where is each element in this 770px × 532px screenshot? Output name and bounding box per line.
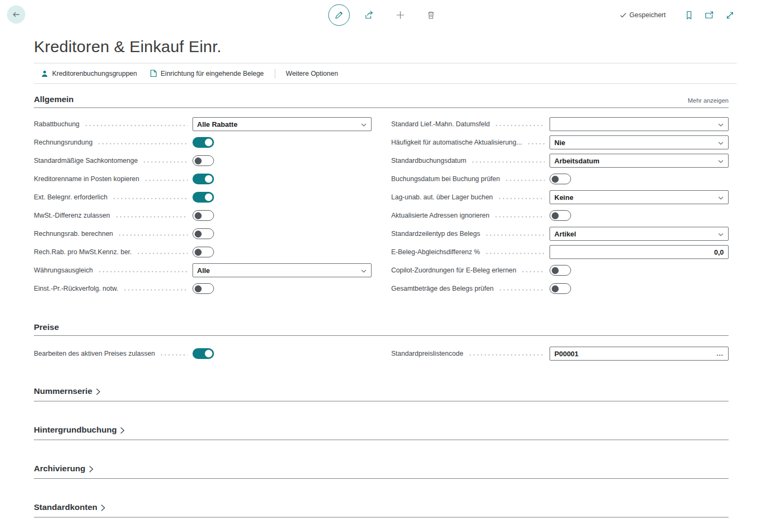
toggle-off[interactable] bbox=[550, 283, 571, 294]
section-title: Allgemein bbox=[34, 95, 74, 104]
field-label: Rabattbuchung bbox=[34, 120, 80, 128]
select-field[interactable]: Artikel bbox=[550, 227, 729, 241]
field-label: Währungsausgleich bbox=[34, 267, 93, 274]
dotted-leader bbox=[494, 216, 545, 218]
preise-left-column: Bearbeiten des aktiven Preises zulassen bbox=[34, 344, 372, 363]
section-allgemein-header: Allgemein Mehr anzeigen bbox=[34, 95, 729, 108]
new-button[interactable] bbox=[390, 4, 411, 26]
field-label: Buchungsdatum bei Buchung prüfen bbox=[391, 175, 500, 183]
section-title: Preise bbox=[34, 322, 59, 332]
dotted-leader bbox=[98, 271, 188, 272]
toggle-off[interactable] bbox=[550, 210, 571, 221]
toggle-on[interactable] bbox=[192, 192, 214, 203]
dotted-leader bbox=[160, 354, 187, 356]
select-field[interactable] bbox=[550, 117, 729, 131]
collapsed-section-header[interactable]: Hintergrundbuchung bbox=[34, 425, 729, 435]
chevron-right-icon bbox=[96, 388, 101, 396]
toggle-off[interactable] bbox=[192, 155, 214, 166]
select-value: Nie bbox=[554, 139, 565, 147]
select-value: Arbeitsdatum bbox=[554, 157, 600, 165]
field-control: Artikel bbox=[550, 227, 729, 241]
field-control bbox=[192, 228, 372, 239]
field-row: Rechnungsrundung bbox=[34, 133, 372, 152]
dotted-leader bbox=[498, 289, 545, 291]
dotted-leader bbox=[527, 143, 545, 145]
section-preise-header: Preise bbox=[34, 322, 729, 336]
section-allgemein: Allgemein Mehr anzeigen RabattbuchungAll… bbox=[34, 95, 729, 298]
section-title: Archivierung bbox=[34, 464, 85, 473]
right-toolbar: Gespeichert bbox=[619, 4, 736, 26]
section-title: Nummernserie bbox=[34, 386, 92, 396]
toggle-on[interactable] bbox=[192, 348, 214, 359]
field-label: Rech.Rab. pro MwSt.Kennz. ber. bbox=[34, 248, 132, 256]
collapsed-section-header[interactable]: Standardkonten bbox=[34, 502, 729, 512]
collapsed-section-header[interactable]: Archivierung bbox=[34, 464, 729, 473]
toggle-off[interactable] bbox=[192, 283, 214, 294]
select-field[interactable]: Alle Rabatte bbox=[192, 117, 372, 131]
number-value: 0,0 bbox=[714, 248, 724, 256]
menu-divider bbox=[275, 69, 275, 78]
toggle-knob bbox=[552, 285, 559, 292]
number-input[interactable]: 0,0 bbox=[550, 245, 729, 259]
dotted-leader bbox=[485, 234, 545, 236]
field-label: Standardmäßige Sachkontomenge bbox=[34, 157, 138, 164]
allgemein-left-column: RabattbuchungAlle RabatteRechnungsrundun… bbox=[34, 115, 372, 298]
bookmark-button[interactable] bbox=[683, 9, 695, 21]
field-row: Kreditorenname in Posten kopieren bbox=[34, 170, 372, 188]
toggle-knob bbox=[205, 139, 212, 146]
field-control bbox=[192, 247, 372, 257]
assist-edit-input[interactable]: P00001… bbox=[550, 347, 729, 361]
field-row: Lag-unab. aut. über Lager buchenKeine bbox=[391, 188, 729, 206]
field-row: Buchungsdatum bei Buchung prüfen bbox=[391, 170, 729, 188]
top-action-bar: Gespeichert bbox=[0, 0, 770, 30]
section-title: Hintergrundbuchung bbox=[34, 425, 117, 435]
trash-icon bbox=[426, 10, 436, 20]
back-button[interactable] bbox=[7, 5, 25, 24]
toggle-knob bbox=[195, 212, 202, 219]
field-label: Lag-unab. aut. über Lager buchen bbox=[391, 193, 493, 201]
toggle-off[interactable] bbox=[192, 247, 214, 257]
select-value: Keine bbox=[554, 193, 573, 202]
assist-edit-button[interactable]: … bbox=[716, 351, 724, 356]
select-field[interactable]: Keine bbox=[550, 190, 729, 204]
section-preise: Preise Bearbeiten des aktiven Preises zu… bbox=[34, 322, 729, 363]
select-value: Alle bbox=[197, 267, 210, 275]
toggle-knob bbox=[195, 249, 202, 256]
field-control bbox=[192, 155, 372, 166]
dotted-leader bbox=[485, 253, 545, 254]
show-more-link[interactable]: Mehr anzeigen bbox=[688, 97, 729, 104]
select-field[interactable]: Alle bbox=[192, 263, 372, 277]
open-in-new-window-icon bbox=[704, 11, 714, 19]
toggle-off[interactable] bbox=[550, 174, 571, 184]
allgemein-fields-grid: RabattbuchungAlle RabatteRechnungsrundun… bbox=[34, 108, 729, 298]
field-row: WährungsausgleichAlle bbox=[34, 261, 372, 279]
edit-button[interactable] bbox=[329, 4, 350, 26]
menu-item-weitere-optionen[interactable]: Weitere Optionen bbox=[280, 70, 345, 77]
toggle-off[interactable] bbox=[550, 265, 571, 276]
toggle-on[interactable] bbox=[192, 174, 214, 184]
toggle-off[interactable] bbox=[192, 210, 214, 221]
collapsed-section-header[interactable]: Nummernserie bbox=[34, 386, 729, 396]
select-field[interactable]: Nie bbox=[550, 135, 729, 149]
field-control bbox=[192, 210, 372, 221]
toggle-off[interactable] bbox=[192, 228, 214, 239]
menu-item-eingehende-belege[interactable]: Einrichtung für eingehende Belege bbox=[144, 69, 270, 77]
person-icon bbox=[41, 70, 48, 77]
field-label: Rechnungsrundung bbox=[34, 139, 92, 146]
expand-button[interactable] bbox=[724, 9, 736, 21]
dotted-leader bbox=[468, 354, 545, 356]
toggle-on[interactable] bbox=[192, 137, 214, 148]
toggle-knob bbox=[552, 267, 559, 274]
dotted-leader bbox=[495, 125, 545, 126]
toggle-knob bbox=[205, 175, 212, 183]
open-in-window-button[interactable] bbox=[703, 9, 715, 21]
select-field[interactable]: Arbeitsdatum bbox=[550, 154, 729, 168]
menu-item-kreditorenbuchungsgruppen[interactable]: Kreditorenbuchungsgruppen bbox=[41, 70, 144, 77]
delete-button[interactable] bbox=[420, 4, 442, 26]
preise-right-column: StandardpreislistencodeP00001… bbox=[391, 344, 729, 363]
save-status: Gespeichert bbox=[619, 11, 666, 19]
assist-edit-value: P00001 bbox=[554, 350, 579, 358]
vendor-purchase-setup-page: Gespeichert Kreditoren & Einkauf Einr. bbox=[0, 0, 770, 532]
share-button[interactable] bbox=[359, 4, 381, 26]
toggle-knob bbox=[205, 350, 212, 357]
